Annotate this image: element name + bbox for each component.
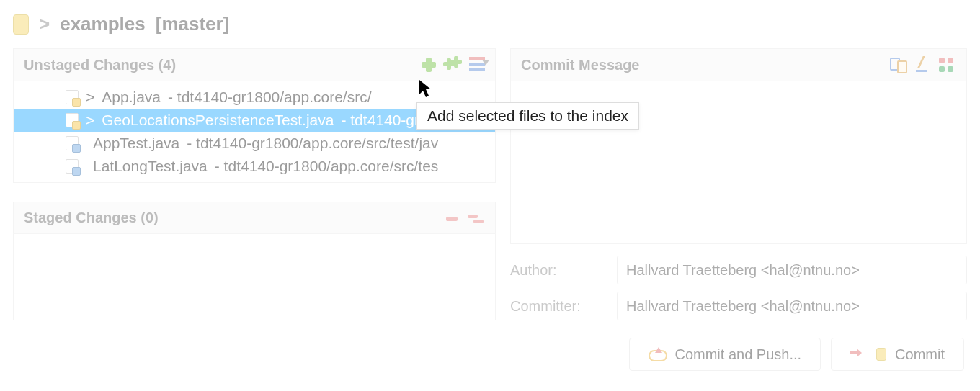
committer-input[interactable]: Hallvard Traetteberg <hal@ntnu.no> [617, 292, 967, 320]
title-bar: > examples [master] [0, 0, 980, 42]
repository-name: examples [60, 13, 146, 35]
staged-file-list [13, 234, 496, 320]
author-value: Hallvard Traetteberg <hal@ntnu.no> [626, 262, 860, 279]
amend-icon[interactable] [939, 56, 956, 73]
tooltip-text: Add selected files to the index [427, 107, 628, 124]
push-cloud-icon [649, 346, 666, 363]
add-all-icon[interactable] [445, 56, 462, 73]
file-row[interactable]: AppTest.java - tdt4140-gr1800/app.core/s… [14, 132, 495, 155]
compare-icon[interactable] [890, 56, 907, 73]
java-file-untracked-icon [66, 136, 79, 150]
sort-presentation-icon[interactable] [469, 57, 485, 73]
file-path: - tdt4140-gr1800/app.core/src/test/jav [187, 135, 438, 152]
commit-label: Commit [895, 346, 945, 363]
file-path: - tdt4140-gr1800/app.core/src/tes [215, 158, 439, 175]
commit-arrow-icon [850, 346, 868, 363]
unstage-all-icon[interactable] [468, 215, 485, 222]
file-dirty-prefix: > [86, 89, 94, 106]
staged-title: Staged Changes (0) [24, 210, 159, 226]
author-row: Author: Hallvard Traetteberg <hal@ntnu.n… [510, 256, 967, 284]
commit-button[interactable]: Commit [831, 338, 964, 371]
java-file-modified-icon [66, 113, 79, 127]
sign-off-icon[interactable] [914, 56, 932, 73]
file-name: App.java [102, 89, 161, 106]
branch-name: [master] [156, 13, 230, 35]
committer-value: Hallvard Traetteberg <hal@ntnu.no> [626, 298, 860, 315]
author-label: Author: [510, 262, 604, 279]
unstage-selected-icon[interactable] [443, 215, 460, 222]
committer-label: Committer: [510, 298, 604, 315]
committer-row: Committer: Hallvard Traetteberg <hal@ntn… [510, 292, 967, 320]
file-name: LatLongTest.java [93, 158, 208, 175]
file-row[interactable]: LatLongTest.java - tdt4140-gr1800/app.co… [14, 155, 495, 178]
tooltip: Add selected files to the index [416, 102, 639, 130]
repository-small-icon [876, 348, 886, 361]
java-file-modified-icon [66, 90, 79, 104]
staged-header: Staged Changes (0) [13, 202, 496, 234]
file-dirty-prefix: > [86, 112, 94, 129]
commit-and-push-button[interactable]: Commit and Push... [629, 338, 821, 371]
cursor-icon [418, 79, 434, 99]
file-name: GeoLocationsPersistenceTest.java [102, 112, 334, 129]
commit-message-title: Commit Message [521, 57, 640, 73]
file-path: - tdt4140-gr1800/app.core/src/ [168, 89, 372, 106]
commit-message-header: Commit Message [510, 48, 967, 81]
unstaged-title: Unstaged Changes (4) [24, 57, 176, 73]
add-selected-icon[interactable] [420, 56, 437, 73]
breadcrumb-separator: > [39, 13, 50, 35]
repository-icon [13, 14, 29, 35]
author-input[interactable]: Hallvard Traetteberg <hal@ntnu.no> [617, 256, 967, 284]
commit-and-push-label: Commit and Push... [674, 346, 801, 363]
java-file-untracked-icon [66, 159, 79, 174]
unstaged-header: Unstaged Changes (4) [13, 48, 496, 81]
file-name: AppTest.java [93, 135, 179, 152]
